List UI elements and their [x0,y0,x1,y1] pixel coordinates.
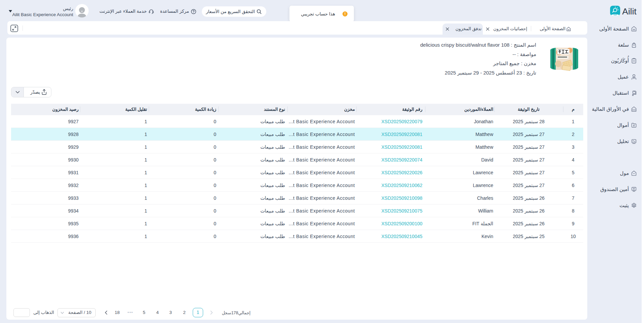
svg-text:intl: intl [613,13,617,16]
